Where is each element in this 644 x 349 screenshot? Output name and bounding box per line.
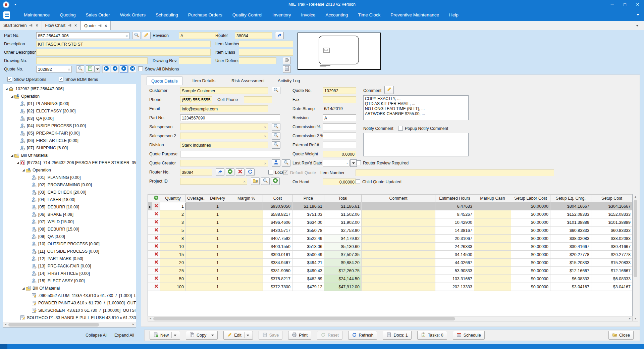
part-no-edit-button[interactable] (142, 32, 151, 39)
cell-quantity[interactable]: 1 (160, 202, 186, 210)
maximize-button[interactable]: □ (619, 0, 631, 9)
expander-icon[interactable]: ◢ (16, 161, 20, 164)
tree-item-04-laser-18-00[interactable]: [04] LASER [18.00] (3, 196, 136, 203)
division-search-button[interactable] (272, 141, 280, 149)
column-header-total[interactable]: Total (324, 195, 362, 202)
cell-setup_eq_chrg[interactable]: $60.83333 (550, 227, 591, 235)
project-id-field[interactable]: × (180, 178, 247, 185)
cell-markup_cash[interactable] (474, 235, 511, 243)
tree-item-14-first-article-0-00[interactable]: [14] FIRST ARTICLE [0.00] (3, 270, 136, 277)
cell-setup_labor_cost[interactable]: $0.00000 (511, 259, 550, 267)
cell-delivery[interactable]: 1 (205, 218, 230, 227)
description-field[interactable]: KIT FASCIA FR STD ST (36, 41, 211, 47)
expander-icon[interactable]: ◢ (21, 168, 25, 172)
delete-row-button[interactable] (152, 267, 160, 275)
cell-comment[interactable] (362, 259, 435, 267)
delete-row-button[interactable] (152, 235, 160, 243)
tree-item-97734-714-256432-206-fascia-fr-perf-stri[interactable]: ◢Q[97734] 714-256432-206 [FASCIA FR PERF… (3, 159, 136, 166)
drawing-rev-field[interactable] (179, 57, 211, 64)
grid-row-qty-3[interactable]: 31$496.4606$634.00$1,902.0010.42900$0.00… (148, 218, 633, 227)
cell-setup_labor_cost[interactable]: $0.00000 (511, 283, 550, 291)
tree-item-11-outside-process-0-00[interactable]: [11] OUTSIDE PROCESS [0.00] (3, 248, 136, 255)
cell-setup_cost[interactable]: $60.83333 (591, 227, 633, 235)
tree-item-southco-p1-33-handle-pull-flush-43-610-x[interactable]: SOUTHCO P1-33 HANDLE PULL FLUSH 43.610 x… (3, 314, 136, 321)
cell-setup_eq_chrg[interactable]: $38.02083 (550, 235, 591, 243)
cell-estimated_hours[interactable]: 14.38167 (435, 227, 474, 235)
cell-setup_eq_chrg[interactable]: $3.04167 (550, 283, 591, 291)
toolbar-button-copy[interactable]: Copy (186, 331, 218, 340)
tree-item-090-5052-alum-11ga-43-610-x-61-730-1-000[interactable]: .090 5052 ALUM 11GA 43.610 x 61.730 / [1… (3, 292, 136, 299)
cell-comment[interactable] (362, 267, 435, 275)
cell-delivery[interactable]: 1 (205, 283, 230, 291)
toolbar-button-schedule[interactable]: Schedule (453, 331, 485, 340)
row-selector[interactable] (148, 227, 152, 235)
cell-delivery[interactable]: 1 (205, 267, 230, 275)
cell-markup_cash[interactable] (474, 202, 511, 210)
detail-tab-risk-assessment[interactable]: Risk Assessment (227, 77, 269, 85)
tree-item-13-pre-pack-fair-0-00[interactable]: [13] PRE-PACK-FAIR [0.00] (3, 262, 136, 270)
cell-estimated_hours[interactable]: 6.47633 (435, 202, 474, 210)
cell-markup_cash[interactable] (474, 243, 511, 251)
cell-setup_labor_cost[interactable]: $0.00000 (511, 218, 550, 227)
cell-comment[interactable] (362, 243, 435, 251)
cell-total[interactable]: $1,502.06 (324, 210, 362, 218)
cell-quantity[interactable]: 10 (160, 243, 186, 251)
scroll-down-icon[interactable]: ▼ (633, 316, 638, 321)
tree-item-15-elect-assy-0-00[interactable]: [15] ELECT ASSY [0.00] (3, 277, 136, 285)
menu-item-preventive-maintenance[interactable]: Preventive Maintenance (385, 9, 444, 21)
delete-row-button[interactable] (152, 210, 160, 218)
tree-item-06-brake-4-08[interactable]: [06] BRAKE [4.08] (3, 211, 136, 218)
pin-icon[interactable] (98, 24, 102, 28)
division-field[interactable]: Stark Industries (180, 142, 268, 148)
quote-purpose-input[interactable] (180, 151, 280, 157)
revision-field[interactable]: A (179, 32, 218, 39)
cell-setup_cost[interactable]: $3.04167 (591, 283, 633, 291)
router-delete-button[interactable] (236, 168, 245, 176)
cell-total[interactable]: $24,144.50 (324, 275, 362, 283)
project-add-button[interactable] (271, 178, 280, 185)
cell-total[interactable]: $47,912.00 (324, 283, 362, 291)
tree-item-01-planning-0-00[interactable]: [01] PLANNING [0.00] (3, 174, 136, 181)
pin-icon[interactable] (68, 23, 72, 27)
pin-icon[interactable] (29, 23, 33, 27)
cell-margin[interactable] (230, 267, 263, 275)
cell-setup_labor_cost[interactable]: $0.00000 (511, 275, 550, 283)
cell-margin[interactable] (230, 218, 263, 227)
column-header-markup-cash[interactable]: Markup Cash (474, 195, 511, 202)
cell-margin[interactable] (230, 283, 263, 291)
tab-overflow-caret-icon[interactable] (636, 25, 639, 27)
last-record-button[interactable] (128, 65, 136, 73)
cell-quantity[interactable]: 20 (160, 259, 186, 267)
cell-setup_cost[interactable]: $152.08333 (591, 210, 633, 218)
item-number-field[interactable] (239, 41, 293, 47)
delete-row-button[interactable] (152, 227, 160, 235)
tree-item-bill-of-material[interactable]: ◢Bill Of Material (3, 152, 136, 159)
cell-overage[interactable] (186, 267, 205, 275)
menu-item-quality-control[interactable]: Quality Control (227, 9, 267, 21)
tree-item-operation[interactable]: ◢Operation (3, 93, 136, 100)
delete-row-button[interactable] (152, 283, 160, 291)
cell-delivery[interactable]: 1 (205, 275, 230, 283)
cell-total[interactable]: $9,884.20 (324, 259, 362, 267)
cell-markup_cash[interactable] (474, 259, 511, 267)
quote-part-no-input[interactable]: 1234567890 (180, 114, 280, 121)
grid-row-qty-2[interactable]: 21$588.8217$751.03$1,502.068.45267$0.000… (148, 210, 633, 218)
scroll-right-icon[interactable]: ► (627, 316, 632, 321)
cell-estimated_hours[interactable]: 8.45267 (435, 210, 474, 218)
cell-comment[interactable] (362, 227, 435, 235)
close-tab-icon[interactable]: × (36, 23, 38, 28)
cell-estimated_hours[interactable]: 34.14500 (435, 251, 474, 259)
toolbar-button-edit[interactable]: Edit (223, 331, 253, 340)
row-selector[interactable] (148, 210, 152, 218)
delete-row-button[interactable] (152, 243, 160, 251)
grid-row-qty-5[interactable]: 51$430.5717$550.78$2,753.9014.38167$0.00… (148, 227, 633, 235)
column-header-price[interactable]: Price (292, 195, 324, 202)
external-ref-input[interactable] (323, 142, 356, 148)
delete-row-button[interactable] (152, 251, 160, 259)
add-row-button[interactable] (152, 195, 160, 202)
cell-delivery[interactable]: 1 (205, 235, 230, 243)
cell-cost[interactable]: $930.9050 (263, 202, 292, 210)
cell-setup_eq_chrg[interactable]: $30.41667 (550, 243, 591, 251)
part-no-search-button[interactable] (132, 32, 141, 39)
cell-setup_eq_chrg[interactable]: $20.27778 (550, 251, 591, 259)
